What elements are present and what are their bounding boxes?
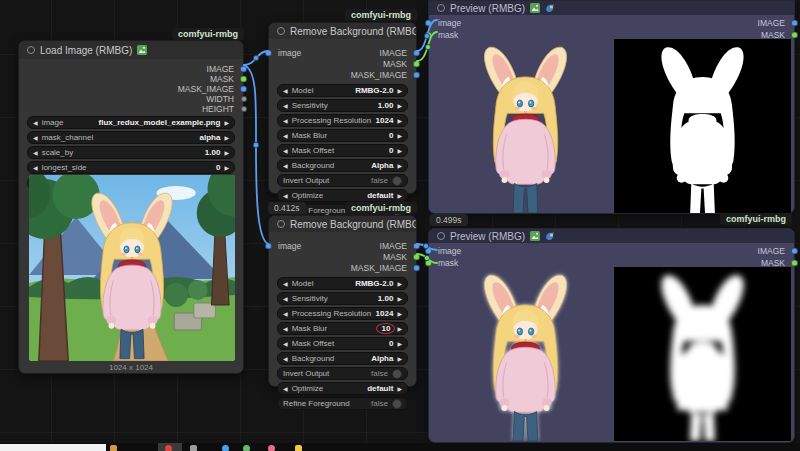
widget-processing-resolution[interactable]: Processing Resolution1024 <box>277 114 408 127</box>
decrement-arrow-icon[interactable] <box>33 165 38 171</box>
widget-invert-output[interactable]: Invert Outputfalse <box>277 367 408 380</box>
slot-row[interactable]: image IMAGE <box>429 17 794 29</box>
toggle-knob[interactable] <box>392 369 402 379</box>
collapse-dot-icon[interactable] <box>277 220 285 228</box>
input-port-image[interactable] <box>425 20 432 27</box>
collapse-dot-icon[interactable] <box>27 46 35 54</box>
widget-processing-resolution[interactable]: Processing Resolution1024 <box>277 307 408 320</box>
node-title-bar[interactable]: Remove Background (RMBG) <box>269 216 416 232</box>
taskbar[interactable] <box>0 443 800 451</box>
output-slot-mask-image[interactable]: MASK_IMAGE <box>19 84 243 94</box>
output-port-width[interactable] <box>241 96 247 102</box>
output-port-mask-image[interactable] <box>240 86 247 93</box>
taskbar-app-icon[interactable] <box>222 445 229 451</box>
node-title-bar[interactable]: Remove Background (RMBG) <box>269 23 416 39</box>
widget-mask-blur[interactable]: Mask Blur10 <box>277 322 408 335</box>
taskbar-app-icon[interactable] <box>190 445 197 451</box>
preview-image-mask-blurred <box>614 267 791 441</box>
node-load-image[interactable]: Load Image (RMBG) IMAGE MASK MASK_IMAGE … <box>18 40 244 374</box>
input-port-mask[interactable] <box>425 32 432 39</box>
node-title-bar[interactable]: Load Image (RMBG) <box>19 41 243 59</box>
taskbar-app-icon[interactable] <box>243 445 250 451</box>
taskbar-app-icon[interactable] <box>110 445 117 451</box>
preview-image-rgba <box>437 39 614 213</box>
input-port-mask[interactable] <box>425 260 432 267</box>
widget-optimize[interactable]: Optimizedefault <box>277 189 408 202</box>
widget-mask-offset[interactable]: Mask Offset0 <box>277 337 408 350</box>
link-image <box>244 65 268 244</box>
node-source-badge: comfyui-rmbg <box>720 213 792 225</box>
widget-refine-foreground[interactable]: Refine Foregroundfalse <box>277 397 408 410</box>
output-port-image[interactable] <box>791 248 798 255</box>
taskbar-app-icon[interactable] <box>165 445 172 451</box>
taskbar-app-icon[interactable] <box>295 445 302 451</box>
node-remove-background-1[interactable]: Remove Background (RMBG) image IMAGE MAS… <box>268 22 417 194</box>
widget-invert-output[interactable]: Invert Outputfalse <box>277 174 408 187</box>
widget-mask-blur[interactable]: Mask Blur0 <box>277 129 408 142</box>
increment-arrow-icon[interactable] <box>224 165 229 171</box>
collapse-dot-icon[interactable] <box>277 27 285 35</box>
output-port-mask[interactable] <box>413 60 420 67</box>
collapse-dot-icon[interactable] <box>437 4 445 12</box>
output-port-mask[interactable] <box>791 32 798 39</box>
collapse-dot-icon[interactable] <box>437 232 445 240</box>
slot-row[interactable]: image IMAGE <box>269 240 416 251</box>
highlighted-value: 10 <box>376 323 395 334</box>
output-slot-width[interactable]: WIDTH <box>19 94 243 104</box>
prev-arrow-icon[interactable] <box>33 120 38 126</box>
widget-sensitivity[interactable]: Sensitivity1.00 <box>277 292 408 305</box>
output-port-mask[interactable] <box>791 260 798 267</box>
node-title-bar[interactable]: Preview (RMBG) <box>429 1 794 15</box>
output-port-mask-image[interactable] <box>413 71 420 78</box>
node-title: Remove Background (RMBG) <box>290 26 416 37</box>
loaded-image-preview <box>29 175 235 361</box>
output-port-image[interactable] <box>791 20 798 27</box>
slot-row[interactable]: image IMAGE <box>269 47 416 58</box>
slot-row[interactable]: image IMAGE <box>429 245 794 257</box>
node-title: Remove Background (RMBG) <box>290 219 416 230</box>
increment-arrow-icon[interactable] <box>224 150 229 156</box>
node-remove-background-2[interactable]: Remove Background (RMBG) image IMAGE MAS… <box>268 215 417 387</box>
output-port-height[interactable] <box>241 106 247 112</box>
slot-row[interactable]: MASK <box>269 58 416 69</box>
widget-model[interactable]: ModelRMBG-2.0 <box>277 277 408 290</box>
output-port-image[interactable] <box>240 66 247 73</box>
output-port-image[interactable] <box>413 242 420 249</box>
output-slot-image[interactable]: IMAGE <box>19 64 243 74</box>
widget-mask-channel[interactable]: mask_channel alpha <box>27 131 235 144</box>
image-icon <box>137 45 147 55</box>
output-slot-height[interactable]: HEIGHT <box>19 104 243 114</box>
next-arrow-icon[interactable] <box>224 135 229 141</box>
widget-optimize[interactable]: Optimizedefault <box>277 382 408 395</box>
widget-image[interactable]: image flux_redux_model_example.png <box>27 116 235 129</box>
output-port-mask[interactable] <box>413 253 420 260</box>
output-port-image[interactable] <box>413 49 420 56</box>
node-title-bar[interactable]: Preview (RMBG) <box>429 229 794 243</box>
decrement-arrow-icon[interactable] <box>33 150 38 156</box>
widget-longest-side[interactable]: longest_side 0 <box>27 161 235 174</box>
input-port-image[interactable] <box>425 248 432 255</box>
widget-scale-by[interactable]: scale_by 1.00 <box>27 146 235 159</box>
widget-background[interactable]: BackgroundAlpha <box>277 159 408 172</box>
output-port-mask[interactable] <box>240 76 247 83</box>
widget-background[interactable]: BackgroundAlpha <box>277 352 408 365</box>
output-slot-mask[interactable]: MASK <box>19 74 243 84</box>
input-port-image[interactable] <box>265 242 272 249</box>
slot-row[interactable]: MASK_IMAGE <box>269 69 416 80</box>
taskbar-window-preview[interactable] <box>0 444 106 451</box>
next-arrow-icon[interactable] <box>224 120 229 126</box>
slot-row[interactable]: MASK_IMAGE <box>269 262 416 273</box>
taskbar-app-icon[interactable] <box>268 445 275 451</box>
output-port-mask-image[interactable] <box>413 264 420 271</box>
toggle-knob[interactable] <box>392 176 402 186</box>
node-source-badge: comfyui-rmbg <box>172 28 244 40</box>
widget-sensitivity[interactable]: Sensitivity1.00 <box>277 99 408 112</box>
widget-model[interactable]: ModelRMBG-2.0 <box>277 84 408 97</box>
node-preview-1[interactable]: Preview (RMBG) image IMAGE mask MASK <box>428 0 795 214</box>
prev-arrow-icon[interactable] <box>33 135 38 141</box>
input-port-image[interactable] <box>265 49 272 56</box>
node-preview-2[interactable]: Preview (RMBG) image IMAGE mask MASK <box>428 228 795 443</box>
slot-row[interactable]: MASK <box>269 251 416 262</box>
toggle-knob[interactable] <box>392 399 402 409</box>
widget-mask-offset[interactable]: Mask Offset0 <box>277 144 408 157</box>
